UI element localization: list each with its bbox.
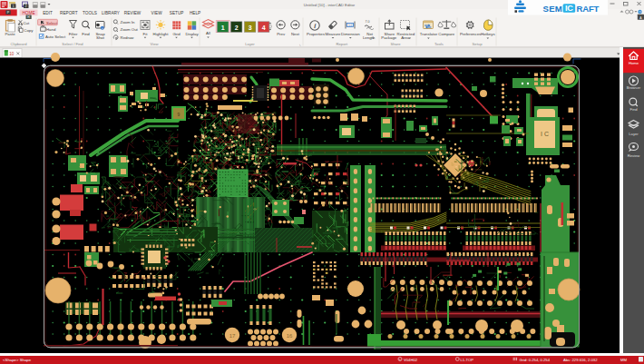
svg-text:REVIEW: REVIEW	[124, 11, 141, 15]
svg-text:Browser: Browser	[627, 85, 641, 90]
svg-text:LIBRARY: LIBRARY	[102, 11, 121, 15]
svg-text:Compare: Compare	[438, 32, 454, 36]
svg-text:REPORT: REPORT	[60, 11, 78, 15]
svg-text:Zoom Out: Zoom Out	[121, 27, 139, 32]
svg-text:1: 1	[221, 25, 225, 31]
svg-text:Preferences: Preferences	[460, 32, 482, 36]
svg-text:Length: Length	[363, 35, 376, 40]
svg-text:Shot: Shot	[96, 35, 105, 40]
svg-text:Grid: 0.254, 0.254: Grid: 0.254, 0.254	[520, 358, 551, 362]
svg-text:Setup: Setup	[473, 42, 483, 46]
svg-text:Measure: Measure	[326, 32, 341, 36]
svg-text:Paste: Paste	[5, 32, 15, 36]
svg-text:HELP: HELP	[190, 11, 200, 15]
svg-text:Layer: Layer	[245, 42, 255, 46]
svg-text:9: 9	[178, 112, 181, 117]
svg-text:TOOLS: TOOLS	[83, 11, 97, 15]
svg-text:Dimension: Dimension	[341, 32, 360, 36]
svg-text:2: 2	[25, 5, 27, 8]
svg-text:Translator: Translator	[420, 32, 438, 36]
svg-text:Untitled [10] - interCAD Edito: Untitled [10] - interCAD Editor	[304, 3, 356, 7]
svg-text:Hand: Hand	[46, 27, 56, 32]
svg-text:Select: Select	[46, 21, 58, 25]
svg-text:4: 4	[262, 25, 266, 31]
svg-text:Highlight: Highlight	[153, 32, 170, 36]
svg-text:EDIT: EDIT	[43, 11, 53, 15]
svg-text:SEM: SEM	[543, 4, 562, 14]
svg-text:Abs: 229.616, 2.032: Abs: 229.616, 2.032	[563, 358, 598, 362]
svg-text:All: All	[206, 31, 210, 35]
svg-text:Find: Find	[82, 32, 90, 36]
svg-text:HOME: HOME	[22, 11, 34, 15]
svg-text:16: 16	[287, 333, 293, 339]
svg-text:Layer: Layer	[629, 132, 639, 136]
svg-text:17: 17	[229, 333, 236, 339]
svg-text:10: 10	[9, 52, 15, 56]
svg-text:Copy: Copy	[24, 28, 34, 33]
svg-text:Package: Package	[381, 35, 396, 40]
svg-text:Next: Next	[291, 32, 300, 36]
svg-text:1: 1	[13, 5, 15, 8]
svg-text:Select / Find: Select / Find	[62, 42, 83, 46]
svg-text:Home: Home	[629, 61, 639, 65]
svg-text:Auto Select: Auto Select	[45, 34, 66, 39]
svg-text:+: +	[399, 358, 401, 361]
svg-text:Zoom In: Zoom In	[121, 20, 136, 25]
svg-text:RAFT: RAFT	[577, 4, 600, 14]
svg-text:<Shape> Shape: <Shape> Shape	[3, 358, 32, 362]
svg-text:7.0: 7.0	[366, 20, 370, 24]
svg-text:Report: Report	[337, 42, 348, 46]
svg-text:Find: Find	[629, 107, 638, 112]
svg-text:Review: Review	[628, 153, 641, 158]
svg-text:Display: Display	[185, 32, 199, 36]
svg-text:Filter: Filter	[69, 32, 78, 36]
svg-text:?: ?	[639, 11, 641, 15]
svg-text:3: 3	[249, 25, 252, 31]
svg-text:Clipboard: Clipboard	[11, 42, 28, 46]
svg-text:Hotkeys: Hotkeys	[481, 32, 496, 36]
svg-text:SETUP: SETUP	[170, 11, 184, 15]
svg-text:Cut: Cut	[24, 21, 30, 25]
svg-text:V04H02: V04H02	[404, 358, 418, 362]
svg-text:L1-TOP: L1-TOP	[461, 358, 474, 362]
svg-text:IC: IC	[565, 4, 573, 13]
svg-text:Tools: Tools	[434, 42, 444, 46]
svg-text:View: View	[150, 42, 159, 46]
svg-text:VIEW: VIEW	[151, 11, 163, 15]
svg-text:I C: I C	[541, 131, 549, 137]
svg-text:Grid: Grid	[172, 32, 181, 36]
svg-text:Prev: Prev	[277, 32, 286, 36]
svg-text:2: 2	[235, 25, 239, 31]
svg-text:⌞: ⌞	[299, 42, 301, 46]
svg-text:Fit: Fit	[143, 32, 149, 36]
svg-text:Properties: Properties	[307, 32, 326, 36]
svg-text:MM: MM	[620, 358, 627, 362]
svg-text:Share: Share	[390, 42, 401, 46]
svg-text:1.0: 1.0	[348, 24, 353, 27]
svg-text:+: +	[102, 26, 103, 30]
svg-text:Redraw: Redraw	[121, 35, 135, 40]
svg-text:Area: Area	[401, 35, 410, 40]
